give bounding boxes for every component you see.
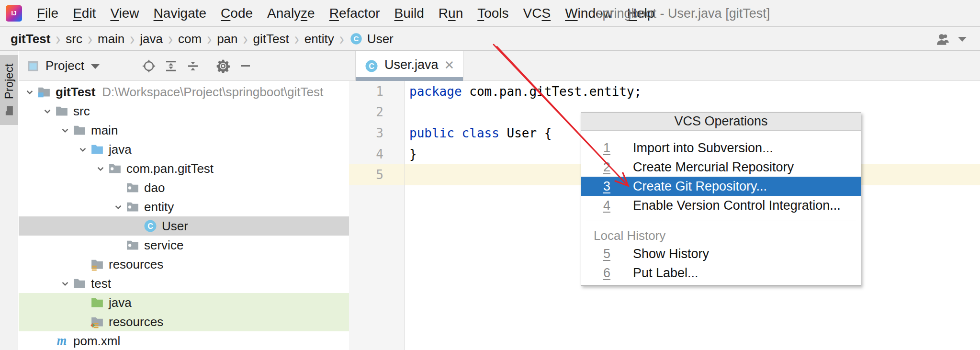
popup-item-mnemonic: 5 bbox=[595, 247, 619, 261]
menu-item-navigate[interactable]: Navigate bbox=[146, 6, 214, 21]
expand-chevron-icon[interactable] bbox=[58, 123, 72, 137]
menu-item-tools[interactable]: Tools bbox=[470, 6, 516, 21]
popup-item-mnemonic: 2 bbox=[595, 160, 619, 175]
menu-item-analyze[interactable]: Analyze bbox=[260, 6, 322, 21]
expand-chevron-icon[interactable] bbox=[23, 85, 37, 99]
tree-item-pom-xml[interactable]: mpom.xml bbox=[19, 331, 349, 350]
expand-all-button[interactable] bbox=[163, 58, 179, 74]
tree-item-gittest[interactable]: gitTestD:\Workspace\Project\springboot\g… bbox=[19, 82, 349, 102]
tree-item-dao[interactable]: dao bbox=[19, 178, 349, 197]
tree-indent bbox=[76, 295, 90, 310]
breadcrumb-item-main[interactable]: main bbox=[98, 32, 124, 46]
breadcrumb-label: entity bbox=[304, 32, 334, 46]
tree-item-label: gitTest bbox=[56, 85, 95, 100]
tree-item-test[interactable]: test bbox=[19, 274, 349, 293]
expand-chevron-icon[interactable] bbox=[93, 161, 108, 176]
expand-all-icon bbox=[164, 59, 178, 73]
popup-item-create-git-repository[interactable]: 3Create Git Repository... bbox=[581, 177, 861, 196]
folder-icon bbox=[72, 276, 87, 291]
locate-file-button[interactable] bbox=[141, 58, 157, 74]
popup-item-create-mercurial-repository[interactable]: 2Create Mercurial Repository bbox=[581, 158, 861, 177]
class-icon: C bbox=[143, 219, 158, 233]
tree-item-resources[interactable]: resources bbox=[19, 312, 349, 331]
breadcrumb-item-pan[interactable]: pan bbox=[217, 32, 237, 46]
folder-icon bbox=[72, 123, 87, 137]
project-tree: gitTestD:\Workspace\Project\springboot\g… bbox=[19, 82, 349, 350]
expand-chevron-icon[interactable] bbox=[58, 276, 72, 291]
popup-item-mnemonic: 4 bbox=[595, 198, 619, 213]
breadcrumb-item-gittest[interactable]: gitTest bbox=[253, 32, 289, 46]
breadcrumb-item-user[interactable]: CUser bbox=[349, 32, 394, 46]
maven-icon: m bbox=[55, 334, 69, 348]
vcs-operations-popup: VCS Operations 1Import into Subversion..… bbox=[581, 112, 861, 286]
tree-item-label: pom.xml bbox=[73, 334, 120, 349]
breadcrumb-label: main bbox=[98, 32, 124, 46]
breadcrumb-label: User bbox=[367, 32, 394, 46]
breadcrumb-item-com[interactable]: com bbox=[178, 32, 202, 46]
menu-item-run[interactable]: Run bbox=[431, 6, 470, 21]
intellij-logo-icon: IJ bbox=[6, 5, 22, 22]
popup-item-mnemonic: 1 bbox=[595, 141, 619, 156]
tree-item-entity[interactable]: entity bbox=[19, 197, 349, 216]
menu-item-file[interactable]: File bbox=[30, 6, 66, 21]
tree-item-label: dao bbox=[144, 181, 165, 195]
menu-item-build[interactable]: Build bbox=[387, 6, 431, 21]
tree-indent bbox=[111, 238, 125, 252]
tab-user-java[interactable]: C User.java ✕ bbox=[355, 51, 463, 81]
menu-bar: IJ FileEditViewNavigateCodeAnalyzeRefact… bbox=[0, 0, 980, 27]
popup-item-import-into-subversion[interactable]: 1Import into Subversion... bbox=[581, 138, 861, 158]
line-number: 4 bbox=[349, 147, 405, 161]
toolbar-divider bbox=[208, 58, 208, 74]
line-number: 2 bbox=[349, 105, 405, 119]
breadcrumb-separator-icon: › bbox=[88, 29, 92, 49]
menu-item-vcs[interactable]: VCS bbox=[516, 6, 558, 21]
tree-item-main[interactable]: main bbox=[19, 121, 349, 140]
breadcrumb-item-entity[interactable]: entity bbox=[304, 32, 334, 46]
popup-item-show-history[interactable]: 5Show History bbox=[581, 244, 861, 263]
project-view-dropdown-icon[interactable] bbox=[91, 64, 100, 69]
menu-item-edit[interactable]: Edit bbox=[66, 6, 103, 21]
expand-chevron-icon[interactable] bbox=[111, 200, 125, 214]
project-tool-window-tab[interactable]: Project bbox=[0, 55, 18, 125]
settings-button[interactable] bbox=[215, 58, 231, 74]
collapse-all-button[interactable] bbox=[185, 58, 201, 74]
hide-panel-button[interactable] bbox=[237, 58, 253, 74]
tree-item-java[interactable]: java bbox=[19, 140, 349, 159]
popup-item-mnemonic: 6 bbox=[595, 266, 619, 281]
project-panel: Project gitTestD:\Workspace\Pr bbox=[19, 51, 349, 350]
menu-item-view[interactable]: View bbox=[103, 6, 146, 21]
tree-item-user[interactable]: CUser bbox=[19, 216, 349, 236]
close-tab-icon[interactable]: ✕ bbox=[444, 58, 455, 73]
popup-item-enable-version-control-integration[interactable]: 4Enable Version Control Integration... bbox=[581, 196, 861, 215]
breadcrumb-item-src[interactable]: src bbox=[66, 32, 82, 46]
crosshair-icon bbox=[142, 59, 156, 73]
tree-item-com-pan-gittest[interactable]: com.pan.gitTest bbox=[19, 159, 349, 178]
popup-item-put-label[interactable]: 6Put Label... bbox=[581, 263, 861, 282]
tree-indent bbox=[40, 334, 55, 348]
expand-chevron-icon[interactable] bbox=[40, 104, 55, 118]
breadcrumb-item-gittest[interactable]: gitTest bbox=[11, 32, 50, 46]
tree-item-src[interactable]: src bbox=[19, 102, 349, 121]
breadcrumb-label: java bbox=[140, 32, 163, 46]
tree-item-resources[interactable]: resources bbox=[19, 255, 349, 274]
breadcrumb-item-java[interactable]: java bbox=[140, 32, 163, 46]
tree-indent bbox=[76, 257, 90, 271]
tree-indent bbox=[129, 219, 143, 233]
user-profile-icon[interactable] bbox=[935, 31, 951, 47]
svg-text:m: m bbox=[57, 334, 67, 348]
tree-item-service[interactable]: service bbox=[19, 236, 349, 255]
tree-item-label: test bbox=[91, 276, 111, 291]
popup-item-label: Show History bbox=[633, 247, 709, 261]
class-icon: C bbox=[364, 59, 379, 73]
expand-chevron-icon[interactable] bbox=[76, 142, 90, 157]
popup-item-list: 1Import into Subversion...2Create Mercur… bbox=[581, 131, 861, 285]
tree-item-label: User bbox=[162, 219, 188, 234]
popup-item-label: Import into Subversion... bbox=[633, 141, 773, 156]
tree-item-java[interactable]: java bbox=[19, 293, 349, 312]
tree-item-label: java bbox=[109, 142, 132, 157]
popup-item-label: Enable Version Control Integration... bbox=[633, 198, 841, 213]
menu-item-code[interactable]: Code bbox=[214, 6, 260, 21]
menu-item-refactor[interactable]: Refactor bbox=[322, 6, 387, 21]
package-icon bbox=[125, 181, 140, 195]
chevron-down-icon[interactable] bbox=[958, 37, 967, 42]
